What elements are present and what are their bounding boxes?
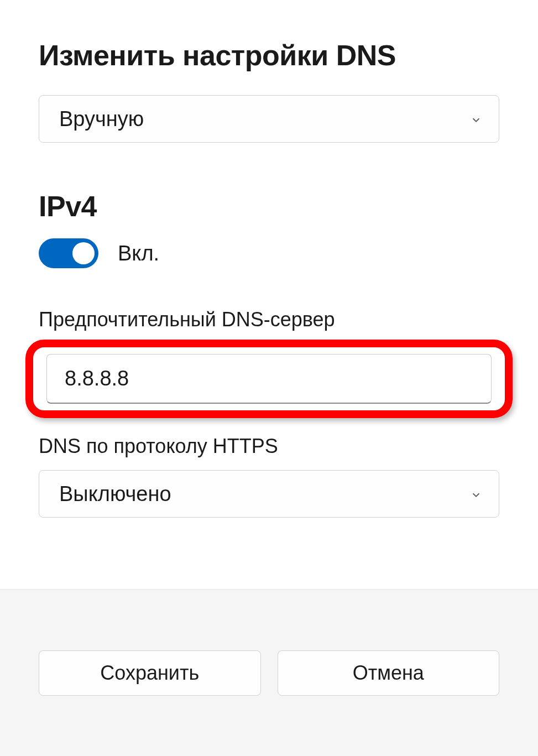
dns-https-label: DNS по протоколу HTTPS	[39, 435, 499, 458]
preferred-dns-input[interactable]	[46, 354, 492, 404]
toggle-knob	[72, 242, 95, 264]
dialog-footer: Сохранить Отмена	[0, 589, 538, 756]
ipv4-toggle-label: Вкл.	[118, 242, 159, 265]
dns-mode-selected: Вручную	[59, 107, 144, 131]
dns-https-selected: Выключено	[59, 482, 171, 506]
dns-mode-dropdown[interactable]: Вручную	[39, 95, 499, 143]
ipv4-toggle[interactable]	[39, 238, 98, 268]
cancel-button[interactable]: Отмена	[278, 650, 500, 696]
dialog-title: Изменить настройки DNS	[39, 39, 499, 72]
ipv4-heading: IPv4	[39, 190, 499, 223]
highlight-box	[25, 340, 513, 418]
ipv4-toggle-row: Вкл.	[39, 238, 499, 268]
chevron-down-icon	[470, 482, 482, 506]
save-button[interactable]: Сохранить	[39, 650, 261, 696]
preferred-dns-label: Предпочтительный DNS-сервер	[39, 308, 499, 331]
chevron-down-icon	[470, 107, 482, 131]
dns-https-dropdown[interactable]: Выключено	[39, 470, 499, 518]
dns-settings-dialog: Изменить настройки DNS Вручную IPv4 Вкл.…	[0, 0, 538, 589]
